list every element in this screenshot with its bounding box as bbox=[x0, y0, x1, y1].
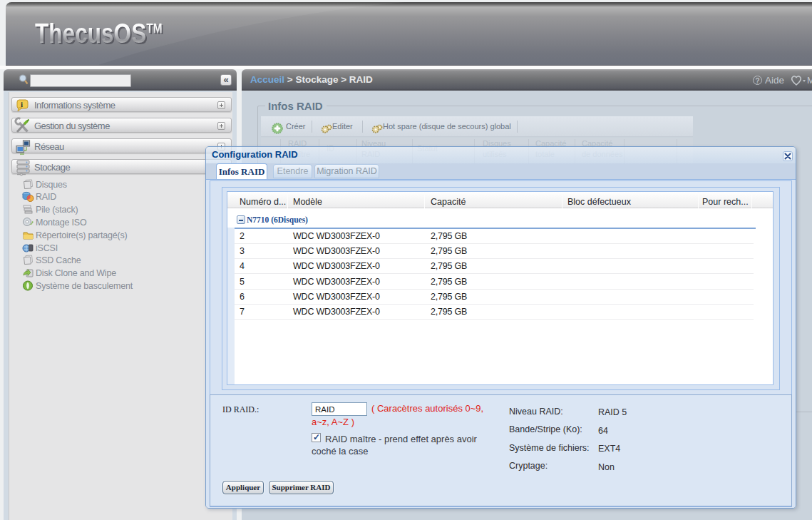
svg-text:i: i bbox=[21, 100, 23, 108]
svg-text:M: M bbox=[807, 75, 812, 86]
